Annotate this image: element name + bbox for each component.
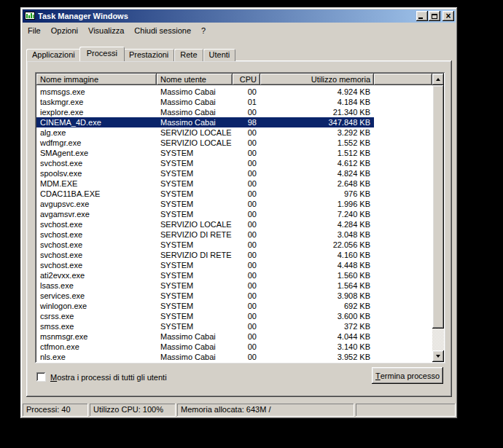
table-row[interactable]: lsass.exeSYSTEM001.564 KB bbox=[36, 280, 374, 291]
tab-networking[interactable]: Rete bbox=[174, 49, 203, 61]
scroll-up-button[interactable] bbox=[432, 74, 444, 85]
table-row[interactable]: nls.exeMassimo Cabai003.952 KB bbox=[36, 352, 374, 362]
cell-image-name: iexplore.exe bbox=[36, 107, 157, 117]
cell-cpu: 00 bbox=[233, 240, 260, 250]
cell-cpu: 00 bbox=[233, 311, 260, 321]
table-row[interactable]: CINEMA_4D.exeMassimo Cabai98347.848 KB bbox=[36, 117, 374, 127]
cell-image-name: nls.exe bbox=[36, 352, 157, 362]
cell-user-name: SYSTEM bbox=[157, 189, 233, 199]
process-list: Nome immagine Nome utente CPU Utilizzo m… bbox=[35, 72, 445, 363]
cell-image-name: svchost.exe bbox=[36, 219, 157, 229]
maximize-button[interactable] bbox=[429, 11, 440, 21]
titlebar[interactable]: Task Manager Windows × bbox=[23, 9, 456, 23]
table-row[interactable]: msnmsgr.exeMassimo Cabai004.044 KB bbox=[36, 331, 374, 342]
table-row[interactable]: winlogon.exeSYSTEM00692 KB bbox=[36, 301, 374, 311]
table-row[interactable]: svchost.exeSERVIZIO DI RETE004.160 KB bbox=[36, 250, 374, 260]
tab-applications[interactable]: Applicazioni bbox=[26, 49, 81, 61]
cell-cpu: 00 bbox=[233, 138, 260, 148]
table-row[interactable]: svchost.exeSERVIZIO DI RETE003.048 KB bbox=[36, 229, 374, 240]
cell-image-name: svchost.exe bbox=[36, 260, 157, 270]
table-row[interactable]: CDAC11BA.EXESYSTEM00976 KB bbox=[36, 189, 374, 199]
cell-user-name: SYSTEM bbox=[157, 168, 233, 178]
table-row[interactable]: SMAgent.exeSYSTEM001.512 KB bbox=[36, 148, 374, 158]
tab-processes[interactable]: Processi bbox=[79, 47, 125, 61]
cell-memory: 4.924 KB bbox=[260, 87, 374, 97]
status-memory: Memoria allocata: 643M / bbox=[177, 404, 354, 417]
table-row[interactable]: svchost.exeSYSTEM004.448 KB bbox=[36, 260, 374, 270]
cell-user-name: Massimo Cabai bbox=[157, 87, 233, 97]
column-header-memory[interactable]: Utilizzo memoria bbox=[260, 74, 374, 85]
minimize-button[interactable] bbox=[416, 11, 428, 21]
cell-cpu: 00 bbox=[233, 229, 260, 240]
cell-cpu: 00 bbox=[233, 291, 260, 301]
cell-memory: 976 KB bbox=[260, 189, 374, 199]
table-row[interactable]: svchost.exeSYSTEM004.612 KB bbox=[36, 158, 374, 168]
menu-item-file[interactable]: File bbox=[23, 25, 46, 36]
cell-memory: 4.284 KB bbox=[260, 219, 374, 229]
cell-memory: 3.952 KB bbox=[260, 352, 374, 362]
column-header-image-name[interactable]: Nome immagine bbox=[36, 74, 157, 85]
window-title: Task Manager Windows bbox=[38, 12, 416, 20]
cell-cpu: 00 bbox=[233, 127, 260, 138]
cell-memory: 22.056 KB bbox=[260, 240, 374, 250]
vertical-scrollbar[interactable] bbox=[432, 74, 444, 362]
cell-user-name: SERVIZIO DI RETE bbox=[157, 229, 233, 240]
table-row[interactable]: ati2evxx.exeSYSTEM001.560 KB bbox=[36, 270, 374, 280]
table-row[interactable]: spoolsv.exeSYSTEM004.824 KB bbox=[36, 168, 374, 178]
process-list-inner: Nome immagine Nome utente CPU Utilizzo m… bbox=[36, 74, 432, 362]
cell-cpu: 00 bbox=[233, 107, 260, 117]
cell-cpu: 00 bbox=[233, 250, 260, 260]
scrollbar-thumb[interactable] bbox=[432, 85, 444, 329]
show-all-users-row: Mostra i processi di tutti gli utenti bbox=[36, 372, 167, 382]
tab-users[interactable]: Utenti bbox=[203, 49, 236, 61]
scroll-down-button[interactable] bbox=[432, 350, 444, 362]
tab-strip: Applicazioni Processi Prestazioni Rete U… bbox=[26, 47, 235, 61]
cell-image-name: alg.exe bbox=[36, 127, 157, 138]
table-row[interactable]: taskmgr.exeMassimo Cabai014.184 KB bbox=[36, 97, 374, 107]
cell-memory: 7.240 KB bbox=[260, 209, 374, 219]
menu-item-help[interactable]: ? bbox=[196, 25, 211, 36]
table-row[interactable]: avgupsvc.exeSYSTEM001.996 KB bbox=[36, 199, 374, 209]
cell-cpu: 00 bbox=[233, 148, 260, 158]
show-all-users-label[interactable]: Mostra i processi di tutti gli utenti bbox=[50, 373, 167, 382]
cell-cpu: 00 bbox=[233, 301, 260, 311]
cell-memory: 21.340 KB bbox=[260, 107, 374, 117]
cell-image-name: SMAgent.exe bbox=[36, 148, 157, 158]
table-row[interactable]: svchost.exeSERVIZIO LOCALE004.284 KB bbox=[36, 219, 374, 229]
menu-item-view[interactable]: Visualizza bbox=[83, 25, 129, 36]
table-row[interactable]: avgamsvr.exeSYSTEM007.240 KB bbox=[36, 209, 374, 219]
table-row[interactable]: svchost.exeSYSTEM0022.056 KB bbox=[36, 240, 374, 250]
table-row[interactable]: iexplore.exeMassimo Cabai0021.340 KB bbox=[36, 107, 374, 117]
cell-cpu: 00 bbox=[233, 352, 260, 362]
table-row[interactable]: msmsgs.exeMassimo Cabai004.924 KB bbox=[36, 87, 374, 97]
table-row[interactable]: ctfmon.exeMassimo Cabai003.140 KB bbox=[36, 342, 374, 352]
cell-cpu: 00 bbox=[233, 178, 260, 189]
tab-performance[interactable]: Prestazioni bbox=[123, 49, 174, 61]
end-process-button[interactable]: Termina processo bbox=[372, 367, 443, 384]
column-header-cpu[interactable]: CPU bbox=[233, 74, 260, 85]
cell-cpu: 00 bbox=[233, 219, 260, 229]
menu-item-options[interactable]: Opzioni bbox=[46, 25, 83, 36]
cell-cpu: 00 bbox=[233, 189, 260, 199]
cell-memory: 3.600 KB bbox=[260, 311, 374, 321]
table-row[interactable]: services.exeSYSTEM003.908 KB bbox=[36, 291, 374, 301]
table-row[interactable]: MDM.EXESYSTEM002.648 KB bbox=[36, 178, 374, 189]
show-all-users-checkbox[interactable] bbox=[36, 372, 46, 382]
menu-item-shutdown[interactable]: Chiudi sessione bbox=[129, 25, 196, 36]
cell-cpu: 00 bbox=[233, 280, 260, 291]
table-row[interactable]: alg.exeSERVIZIO LOCALE003.292 KB bbox=[36, 127, 374, 138]
cell-image-name: spoolsv.exe bbox=[36, 168, 157, 178]
task-manager-app-icon bbox=[25, 11, 35, 21]
cell-user-name: Massimo Cabai bbox=[157, 331, 233, 342]
cell-user-name: SYSTEM bbox=[157, 178, 233, 189]
table-row[interactable]: smss.exeSYSTEM00372 KB bbox=[36, 321, 374, 331]
table-row[interactable]: csrss.exeSYSTEM003.600 KB bbox=[36, 311, 374, 321]
maximize-icon bbox=[432, 14, 437, 19]
table-row[interactable]: wdfmgr.exeSERVIZIO LOCALE001.552 KB bbox=[36, 138, 374, 148]
column-header-user-name[interactable]: Nome utente bbox=[157, 74, 233, 85]
cell-cpu: 01 bbox=[233, 97, 260, 107]
cell-memory: 1.564 KB bbox=[260, 280, 374, 291]
close-button[interactable]: × bbox=[442, 11, 454, 21]
cell-image-name: svchost.exe bbox=[36, 158, 157, 168]
cell-memory: 1.560 KB bbox=[260, 270, 374, 280]
